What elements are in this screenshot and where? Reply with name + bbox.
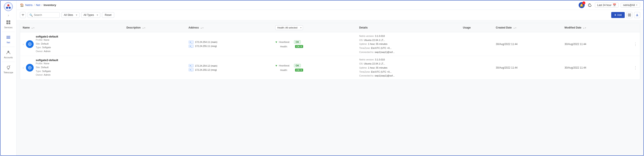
row2-heartbeat-icon: ♥ [275,64,277,67]
row2-health-row: Health: OK 9 [275,68,354,72]
sort-button[interactable] [20,12,26,18]
svg-rect-10 [6,36,10,36]
row1-ip-1: 172.24.254.11 (main) [195,41,218,43]
sidebar-item-telescope[interactable]: Telescope [0,63,16,76]
row2-addresses: >_ 172.24.254.12 (main) >_ 172.24.255.12… [188,64,270,71]
addr-sort-arrows[interactable]: ▲▼ [200,27,204,29]
search-icon: 🔍 [29,14,33,17]
row2-usage-cell [460,56,494,79]
breadcrumb-current: Inventory [44,4,56,7]
row1-usage-cell [460,32,494,56]
types-select-wrap: All Types ▼ [81,12,100,18]
row1-terminal-btn-2[interactable]: >_ [188,44,194,48]
breadcrumb-net[interactable]: Net [36,4,40,7]
breadcrumb-netris[interactable]: Netris [25,4,32,7]
row2-name-cell: › [20,56,124,79]
th-details: Details [357,23,460,32]
download-button[interactable] [634,12,640,18]
user-selector[interactable]: netris@All ▼ [621,3,640,8]
breadcrumb-sep-1: / [34,4,35,7]
calendar-icon: 📅 [613,4,616,7]
row1-actions-menu[interactable]: ⋮ [634,42,637,46]
row1-heartbeat-label: Heartbeat: [279,41,292,43]
modified-sort-arrows[interactable]: ▲▼ [583,27,586,29]
desc-sort-arrows[interactable]: ▲▼ [142,27,146,29]
row2-details-cell: Netris version: 3.1.0.010 OS: Ubuntu 22.… [357,56,460,79]
refresh-button[interactable] [587,2,593,8]
th-usage: Usage [460,23,494,32]
app-logo [4,2,13,12]
row2-expand-icon[interactable]: › [23,66,24,70]
row1-heartbeat-icon: ♥ [275,40,277,44]
created-sort-arrows[interactable]: ▲▼ [513,27,517,29]
row2-modified-date: 30/Aug/2022 11:44 [564,66,586,69]
th-health: Health: All selected ▼ [273,23,356,32]
svg-rect-20 [628,15,629,16]
user-label: netris@All [623,4,635,7]
row1-heartbeat-row: ♥ Heartbeat: OK [275,40,354,44]
svg-line-15 [10,66,10,66]
sidebar-item-label-accounts: Accounts [4,56,13,59]
row2-heartbeat-status: OK [294,64,301,67]
row2-name-content: › [23,58,121,77]
add-button[interactable]: + Add [611,12,625,18]
sidebar: › Services Net [0,0,16,156]
row2-device-name: softgate2-default [36,58,58,62]
th-created: Created Date ▲▼ [493,23,562,32]
svg-point-4 [6,7,8,9]
row1-health-status: OK 9 [295,45,303,48]
row2-actions-cell: ⋮ [631,56,640,79]
date-range-label: Last 24 hour [597,4,612,7]
sidebar-divider-2 [2,47,14,47]
sites-select-wrap: All Sites ▼ [62,12,80,18]
table-row: › [20,32,640,56]
svg-point-3 [8,7,11,9]
row1-address-cell: >_ 172.24.254.11 (main) >_ 172.24.255.11… [186,32,273,56]
svg-rect-7 [8,20,10,22]
row2-actions-menu[interactable]: ⋮ [634,65,637,70]
row2-terminal-btn-1[interactable]: >_ [188,64,194,67]
sidebar-collapse-button[interactable]: › [6,13,11,18]
date-range-picker[interactable]: Last 24 hour 📅 [595,2,619,8]
reset-button[interactable]: Reset [102,12,114,18]
health-select[interactable]: Health: All selected [275,25,303,30]
row2-heartbeat-row: ♥ Heartbeat: OK [275,64,354,67]
row1-modified-cell: 30/Aug/2022 11:44 [562,32,631,56]
sidebar-item-net[interactable]: Net [0,33,16,46]
row2-modified-cell: 30/Aug/2022 11:44 [562,56,631,79]
table-body: › [20,32,640,80]
svg-rect-6 [6,20,8,22]
row1-name-content: › [23,35,121,53]
row1-terminal-btn-1[interactable]: >_ [188,40,194,44]
th-actions [631,23,640,32]
name-sort-arrows[interactable]: ▲▼ [31,27,35,29]
table-row: › [20,56,640,79]
th-description: Description ▲▼ [124,23,186,32]
svg-rect-21 [630,15,631,16]
notification-button[interactable]: 🔔 11 [579,2,585,8]
row2-health-status: OK 9 [295,68,303,72]
search-wrapper: 🔍 [28,12,60,18]
toolbar: 🔍 All Sites ▼ All Types ▼ Reset [16,10,644,20]
table-header: Name ▲▼ Description ▲▼ Address ▲▼ [20,23,640,32]
row2-health-label: Health: [280,69,293,71]
row1-expand-icon[interactable]: › [23,42,24,46]
row1-actions-cell: ⋮ [631,32,640,56]
row1-modified-date: 30/Aug/2022 11:44 [564,43,586,46]
view-toggle-button[interactable] [626,12,632,18]
sidebar-item-accounts[interactable]: Accounts [0,48,16,61]
sites-select[interactable]: All Sites [62,12,80,18]
sidebar-item-services[interactable]: Services [0,18,16,31]
svg-point-23 [29,44,30,44]
svg-rect-12 [6,38,10,38]
row2-ip-2: 172.24.255.12 (mng) [195,68,217,71]
row1-device-icon [26,40,34,48]
row1-details-cell: Netris version: 3.1.0.010 OS: Ubuntu 22.… [357,32,460,56]
svg-rect-8 [6,22,8,24]
svg-rect-19 [630,14,631,15]
svg-rect-18 [628,14,629,15]
row2-terminal-btn-2[interactable]: >_ [188,68,194,71]
svg-point-2 [7,4,10,6]
types-select[interactable]: All Types [81,12,100,18]
toolbar-right: + Add [611,12,640,18]
